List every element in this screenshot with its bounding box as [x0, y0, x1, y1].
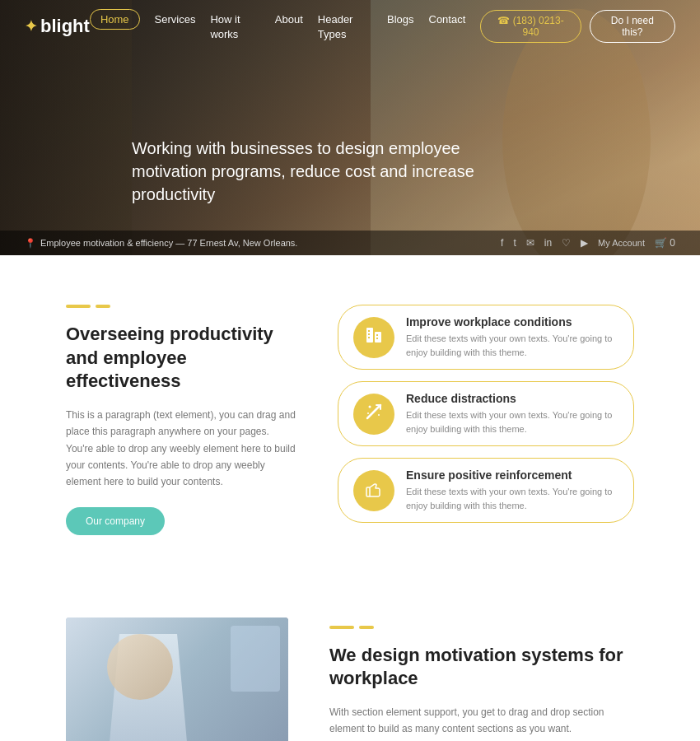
accent-bar-1 [66, 305, 91, 308]
nav-item-services[interactable]: Services [155, 12, 196, 41]
feature-card-1: Improve workplace conditions Edit these … [338, 305, 634, 370]
nav-links: Home Services How it works About Header … [90, 12, 465, 41]
nav-item-blogs[interactable]: Blogs [387, 12, 414, 41]
accent-line-2 [329, 626, 634, 629]
hero-content: Working with businesses to design employ… [132, 137, 527, 206]
nav-right: ☎ (183) 0213-940 Do I need this? [480, 10, 675, 43]
section-motivation: We design motivation systems for workpla… [0, 585, 700, 741]
svg-rect-2 [368, 330, 370, 332]
feature-icon-wrap-2 [353, 394, 394, 435]
motivation-image [66, 618, 288, 741]
building-icon [364, 325, 384, 349]
location-icon: 📍 [25, 238, 36, 249]
motivation-right: We design motivation systems for workpla… [329, 618, 634, 741]
svg-point-11 [378, 414, 380, 416]
section-paragraph: This is a paragraph (text element), you … [66, 407, 296, 491]
svg-rect-3 [368, 333, 370, 335]
email-icon[interactable]: ✉ [526, 237, 534, 249]
section-left: Overseeing productivity and employee eff… [66, 305, 296, 535]
feature-icon-wrap-3 [353, 470, 394, 511]
feature-desc-3: Edit these texts with your own texts. Yo… [406, 485, 618, 512]
feature-title-3: Ensure positive reinforcement [406, 468, 618, 482]
section-productivity: Overseeing productivity and employee eff… [0, 255, 700, 585]
svg-rect-6 [376, 338, 378, 339]
feature-desc-1: Edit these texts with your own texts. Yo… [406, 332, 618, 359]
our-company-button[interactable]: Our company [66, 507, 165, 535]
section-heading: Overseeing productivity and employee eff… [66, 323, 296, 394]
nav-item-contact[interactable]: Contact [429, 12, 466, 41]
cart-icon[interactable]: 🛒 0 [655, 237, 675, 249]
logo-text: blight [40, 16, 90, 37]
twitter-icon[interactable]: t [513, 237, 516, 249]
accent-line [66, 305, 296, 308]
hero-address: 📍 Employee motivation & efficiency — 77 … [25, 238, 297, 249]
motivation-heading: We design motivation systems for workpla… [329, 644, 634, 691]
feature-icon-wrap-1 [353, 317, 394, 358]
main-nav: ✦ blight Home Services How it works Abou… [0, 0, 700, 53]
nav-item-home[interactable]: Home [90, 12, 140, 41]
feature-card-3: Ensure positive reinforcement Edit these… [338, 458, 634, 523]
svg-rect-4 [368, 337, 370, 338]
nav-item-how[interactable]: How it works [210, 12, 259, 41]
hero-social: f t ✉ in ♡ ▶ My Account 🛒 0 [501, 237, 675, 249]
section-features: Improve workplace conditions Edit these … [338, 305, 634, 523]
svg-point-12 [367, 412, 369, 414]
heart-icon[interactable]: ♡ [562, 237, 571, 249]
feature-title-2: Reduce distractions [406, 392, 618, 405]
feature-title-1: Improve workplace conditions [406, 315, 618, 329]
phone-button[interactable]: ☎ (183) 0213-940 [480, 10, 581, 43]
hero-bottom-bar: 📍 Employee motivation & efficiency — 77 … [0, 231, 700, 255]
feature-text-1: Improve workplace conditions Edit these … [406, 315, 618, 359]
cta-button[interactable]: Do I need this? [590, 10, 675, 43]
linkedin-icon[interactable]: in [544, 237, 552, 249]
svg-rect-1 [375, 332, 381, 343]
wand-icon [364, 402, 384, 426]
accent-bar-3 [329, 626, 354, 629]
my-account-link[interactable]: My Account [598, 238, 645, 248]
feature-text-3: Ensure positive reinforcement Edit these… [406, 468, 618, 512]
feature-text-2: Reduce distractions Edit these texts wit… [406, 392, 618, 436]
youtube-icon[interactable]: ▶ [581, 237, 588, 249]
motivation-para-1: With section element support, you get to… [329, 704, 634, 738]
nav-item-header-types[interactable]: Header Types [318, 12, 372, 41]
facebook-icon[interactable]: f [501, 237, 503, 249]
hero-title: Working with businesses to design employ… [132, 137, 527, 206]
feature-desc-2: Edit these texts with your own texts. Yo… [406, 408, 618, 436]
nav-item-about[interactable]: About [275, 12, 303, 41]
thumbsup-icon [364, 478, 384, 502]
accent-bar-4 [359, 626, 374, 629]
feature-card-2: Reduce distractions Edit these texts wit… [338, 381, 634, 446]
accent-bar-2 [96, 305, 110, 308]
logo-icon: ✦ [25, 17, 37, 35]
svg-point-10 [369, 406, 371, 408]
svg-rect-5 [376, 334, 378, 336]
logo[interactable]: ✦ blight [25, 16, 90, 37]
